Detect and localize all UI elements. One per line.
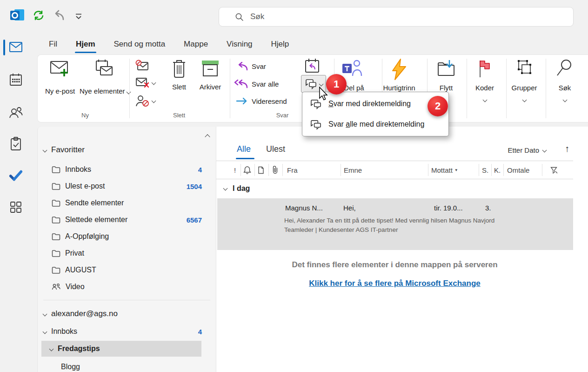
archive-button[interactable]: Arkiver [194, 59, 227, 78]
folder-icon [52, 233, 60, 240]
col-item-type-icon[interactable] [258, 161, 264, 179]
chevron-down-icon [43, 148, 47, 152]
folder-item-slettede-elementer[interactable]: Slettede elementer6567 [52, 211, 202, 228]
active-tab-indicator [236, 158, 254, 159]
section-divider [43, 300, 210, 300]
favorites-section-header[interactable]: Favoritter [43, 145, 85, 155]
folder-item-sendte-elementer[interactable]: Sendte elementer [52, 195, 202, 211]
mail-module-icon[interactable] [9, 40, 23, 54]
folder-item-a-oppfolging[interactable]: A-Oppfølging [52, 228, 202, 245]
reply-arrow-icon [236, 61, 248, 71]
tab-hjem[interactable]: Hjem [76, 40, 95, 49]
chevron-down-icon[interactable] [523, 95, 526, 103]
apps-module-icon[interactable] [9, 200, 23, 214]
folder-item-account-innboks[interactable]: Innboks 4 [43, 323, 202, 340]
col-subject[interactable]: Emne [344, 161, 362, 179]
group-people-icon [52, 283, 61, 291]
tags-flag-icon[interactable] [477, 59, 492, 78]
group-header-today[interactable]: I dag [216, 179, 573, 197]
groups-icon[interactable] [515, 59, 534, 77]
scrollbar[interactable] [573, 127, 588, 372]
col-received[interactable]: Mottatt▼ [431, 161, 458, 179]
app-rail [0, 34, 37, 372]
col-reminder-bell-icon[interactable] [243, 161, 251, 179]
new-items-icon [93, 60, 113, 78]
col-from[interactable]: Fra [287, 161, 298, 179]
outlook-logo-icon [9, 7, 26, 24]
exchange-link[interactable]: Klikk her for å se flere på Microsoft Ex… [216, 279, 573, 288]
filter-icon[interactable] [550, 161, 558, 179]
search-placeholder: Søk [250, 12, 264, 21]
folder-item-video[interactable]: Video [52, 278, 202, 295]
reply-button[interactable]: Svar [236, 61, 266, 71]
quick-steps-label: Hurtigtrinn [381, 84, 418, 92]
sort-direction-icon[interactable]: ↑ [565, 143, 569, 154]
move-icon[interactable] [437, 59, 455, 78]
new-items-button[interactable]: Nye elementer [80, 60, 126, 78]
chevron-down-icon [319, 81, 323, 86]
folder-icon [52, 250, 60, 257]
people-module-icon[interactable] [9, 105, 23, 119]
col-size[interactable]: S. [482, 161, 488, 179]
chevron-down-icon[interactable] [563, 95, 567, 103]
col-importance[interactable]: ! [234, 161, 236, 179]
move-label: Flytt [428, 84, 464, 92]
folder-item-innboks[interactable]: Innboks4 [52, 161, 202, 178]
menu-item-reply-all-with-im[interactable]: Svar alle med direktemelding [304, 115, 447, 133]
chevron-down-icon [152, 80, 156, 85]
forward-button[interactable]: Videresend [236, 97, 287, 105]
new-mail-icon [50, 60, 70, 78]
ignore-button[interactable] [135, 60, 149, 72]
chevron-down-icon [126, 90, 131, 95]
ribbon-search-label: Søk [547, 84, 582, 92]
folder-item-blogg[interactable]: Blogg [61, 359, 80, 372]
calendar-module-icon[interactable] [9, 73, 23, 87]
reply-with-meeting-button[interactable] [304, 57, 321, 74]
title-bar: Søk [0, 0, 588, 34]
unread-count: 6567 [187, 216, 202, 224]
folder-icon [52, 166, 60, 173]
tab-mappe[interactable]: Mappe [184, 40, 208, 49]
tab-fil[interactable]: Fil [49, 40, 57, 49]
new-mail-button[interactable]: Ny e-post [44, 60, 76, 78]
sort-by-dropdown[interactable]: Etter Dato [508, 146, 546, 154]
todo-module-icon[interactable] [9, 169, 23, 183]
undo-button[interactable] [52, 8, 66, 22]
tab-unread[interactable]: Ulest [266, 144, 285, 154]
new-mail-label: Ny e-post [44, 86, 76, 96]
folder-item-privat[interactable]: Privat [52, 245, 202, 262]
col-attachment-icon[interactable] [272, 161, 278, 179]
tab-hjelp[interactable]: Hjelp [271, 40, 289, 49]
quick-steps-icon[interactable] [391, 58, 407, 81]
tab-send-og-motta[interactable]: Send og motta [114, 40, 166, 49]
email-row-selected[interactable]: Magnus N... Hei, tir. 19.0... 3. Hei, Al… [217, 198, 573, 250]
tasks-module-icon[interactable] [9, 137, 23, 151]
tab-all[interactable]: Alle [237, 144, 251, 154]
new-items-label: Nye elementer [80, 86, 126, 96]
collapse-folder-pane-button[interactable] [206, 132, 209, 141]
folder-item-ulest-e-post[interactable]: Ulest e-post1504 [52, 178, 202, 195]
chevron-down-icon[interactable] [483, 95, 487, 103]
junk-button[interactable] [135, 76, 155, 88]
col-category[interactable]: K. [494, 161, 501, 179]
customize-quick-access-toolbar-button[interactable] [74, 12, 84, 20]
folder-item-fredagstips-selected[interactable]: Fredagstips [41, 341, 201, 357]
share-to-teams-icon[interactable] [341, 59, 365, 78]
chevron-down-icon [152, 98, 156, 103]
reply-all-button[interactable]: Svar alle [233, 79, 279, 88]
message-list-pane: Alle Ulest Etter Dato ↑ ! [216, 127, 588, 372]
search-input[interactable]: Søk [219, 7, 574, 27]
tab-visning[interactable]: Visning [227, 40, 252, 49]
folder-icon [52, 216, 60, 223]
block-sender-button[interactable] [135, 94, 155, 107]
ribbon-search-icon[interactable] [556, 59, 574, 77]
group-label-reply: Svar [265, 112, 300, 119]
delete-button[interactable]: Slett [166, 59, 192, 78]
email-received-date: tir. 19.0... [434, 204, 463, 212]
trash-icon [171, 59, 187, 78]
send-receive-sync-button[interactable] [32, 8, 46, 22]
col-mention[interactable]: Omtale [507, 161, 529, 179]
folder-item-august[interactable]: AUGUST [52, 262, 202, 278]
search-icon [235, 13, 244, 21]
account-section-header[interactable]: alexander@ags.no [43, 309, 118, 318]
